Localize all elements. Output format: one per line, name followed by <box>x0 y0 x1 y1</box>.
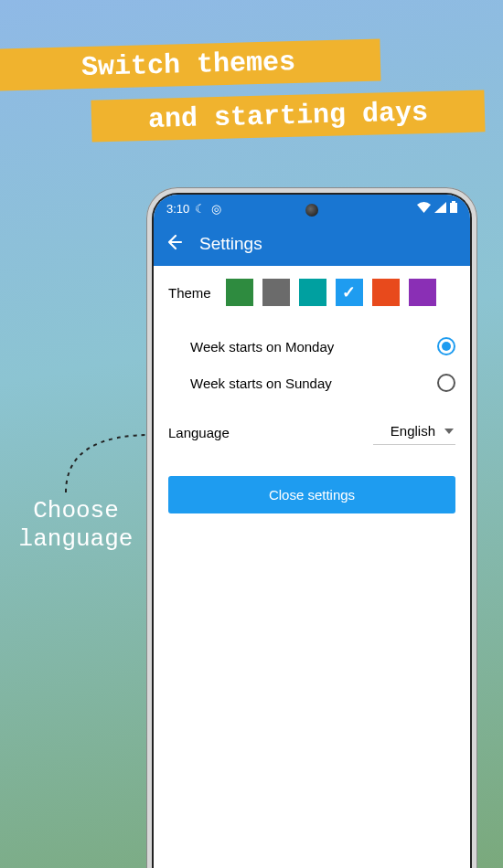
moon-icon: ☾ <box>195 202 206 216</box>
language-label: Language <box>168 425 230 440</box>
theme-swatch-blue[interactable] <box>336 279 363 306</box>
svg-rect-0 <box>452 201 455 203</box>
annotation-text: Choose language <box>7 497 144 554</box>
weekstart-monday-row[interactable]: Week starts on Monday <box>168 328 455 365</box>
dnd-icon: ◎ <box>211 202 221 216</box>
chevron-down-icon <box>444 429 454 434</box>
theme-label: Theme <box>168 285 211 301</box>
status-time: 3:10 <box>166 202 189 216</box>
page-title: Settings <box>199 234 262 254</box>
promo-banner-line2: and starting days <box>91 90 485 142</box>
theme-swatch-purple[interactable] <box>409 279 436 306</box>
wifi-icon <box>417 202 431 216</box>
promo-banner-line1: Switch themes <box>0 39 381 91</box>
radio-checked-icon[interactable] <box>437 337 455 355</box>
battery-icon <box>450 201 457 216</box>
language-row: Language English <box>168 401 455 454</box>
language-dropdown[interactable]: English <box>373 419 455 445</box>
theme-swatch-gray[interactable] <box>262 279 290 306</box>
phone-frame: 3:10 ☾ ◎ <box>146 187 477 868</box>
weekstart-sunday-row[interactable]: Week starts on Sunday <box>168 365 455 401</box>
theme-row: Theme <box>168 279 455 306</box>
signal-icon <box>434 202 446 216</box>
language-value: English <box>391 423 435 439</box>
radio-unchecked-icon[interactable] <box>437 374 455 392</box>
weekstart-sunday-label: Week starts on Sunday <box>190 376 332 391</box>
theme-swatch-teal[interactable] <box>299 279 326 306</box>
theme-swatch-green[interactable] <box>226 279 253 306</box>
theme-swatch-orange[interactable] <box>372 279 400 306</box>
close-settings-button[interactable]: Close settings <box>168 476 455 513</box>
phone-camera <box>305 204 318 217</box>
svg-rect-1 <box>450 203 457 213</box>
app-bar: Settings <box>154 222 470 266</box>
weekstart-monday-label: Week starts on Monday <box>190 339 334 355</box>
back-button[interactable] <box>165 233 183 256</box>
